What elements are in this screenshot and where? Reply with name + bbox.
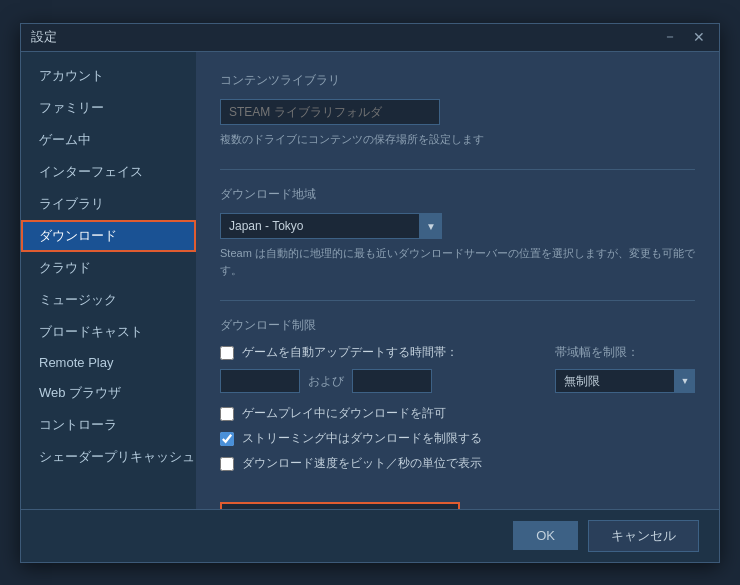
allow-download-label: ゲームプレイ中にダウンロードを許可 bbox=[242, 405, 446, 422]
region-dropdown-row: Japan - Tokyo ▼ bbox=[220, 213, 695, 239]
time-start-input[interactable] bbox=[220, 369, 300, 393]
ok-button[interactable]: OK bbox=[513, 521, 578, 550]
download-limit-title: ダウンロード制限 bbox=[220, 317, 695, 334]
content-library-title: コンテンツライブラリ bbox=[220, 72, 695, 89]
titlebar-controls: － ✕ bbox=[659, 26, 709, 48]
download-limit-section: ダウンロード制限 ゲームを自動アップデートする時間帯： および bbox=[220, 317, 695, 472]
download-region-section: ダウンロード地域 Japan - Tokyo ▼ Steam は自動的に地理的に… bbox=[220, 186, 695, 278]
show-bps-label: ダウンロード速度をビット／秒の単位で表示 bbox=[242, 455, 482, 472]
limit-streaming-row: ストリーミング中はダウンロードを制限する bbox=[220, 430, 695, 447]
sidebar-item-ingame[interactable]: ゲーム中 bbox=[21, 124, 196, 156]
window-title: 設定 bbox=[31, 28, 57, 46]
library-folder-input[interactable] bbox=[220, 99, 440, 125]
allow-download-checkbox[interactable] bbox=[220, 407, 234, 421]
sidebar-item-family[interactable]: ファミリー bbox=[21, 92, 196, 124]
sidebar-item-webbrowser[interactable]: Web ブラウザ bbox=[21, 377, 196, 409]
region-desc: Steam は自動的に地理的に最も近いダウンロードサーバーの位置を選択しますが、… bbox=[220, 245, 695, 278]
minimize-button[interactable]: － bbox=[659, 26, 681, 48]
sidebar-item-interface[interactable]: インターフェイス bbox=[21, 156, 196, 188]
bandwidth-dropdown-arrow[interactable]: ▼ bbox=[675, 369, 695, 393]
bandwidth-dropdown-row: 無制限 ▼ bbox=[555, 369, 695, 393]
sidebar-item-remoteplay[interactable]: Remote Play bbox=[21, 348, 196, 377]
time-section: ゲームを自動アップデートする時間帯： および bbox=[220, 344, 515, 393]
auto-update-label: ゲームを自動アップデートする時間帯： bbox=[242, 344, 458, 361]
sidebar-item-cloud[interactable]: クラウド bbox=[21, 252, 196, 284]
download-region-title: ダウンロード地域 bbox=[220, 186, 695, 203]
show-bps-row: ダウンロード速度をビット／秒の単位で表示 bbox=[220, 455, 695, 472]
content-library-section: コンテンツライブラリ 複数のドライブにコンテンツの保存場所を設定します bbox=[220, 72, 695, 148]
sidebar-item-download[interactable]: ダウンロード bbox=[21, 220, 196, 252]
titlebar: 設定 － ✕ bbox=[21, 24, 719, 52]
settings-window: 設定 － ✕ アカウント ファミリー ゲーム中 インターフェイス ライブラリ ダ… bbox=[20, 23, 720, 563]
region-select[interactable]: Japan - Tokyo bbox=[220, 213, 420, 239]
time-input-row: および bbox=[220, 369, 515, 393]
sidebar-item-music[interactable]: ミュージック bbox=[21, 284, 196, 316]
footer: OK キャンセル bbox=[21, 509, 719, 562]
clear-cache-section: ダウンロードキャッシュをクリアする ダウンロードキャッシュをクリアすることで、ア… bbox=[220, 494, 695, 509]
library-folder-desc: 複数のドライブにコンテンツの保存場所を設定します bbox=[220, 131, 695, 148]
bandwidth-select[interactable]: 無制限 bbox=[555, 369, 675, 393]
and-label: および bbox=[308, 373, 344, 390]
sidebar: アカウント ファミリー ゲーム中 インターフェイス ライブラリ ダウンロード ク… bbox=[21, 52, 196, 509]
main-content: アカウント ファミリー ゲーム中 インターフェイス ライブラリ ダウンロード ク… bbox=[21, 52, 719, 509]
sidebar-item-broadcast[interactable]: ブロードキャスト bbox=[21, 316, 196, 348]
time-end-input[interactable] bbox=[352, 369, 432, 393]
limit-row: ゲームを自動アップデートする時間帯： および 帯域幅を制限： 無制限 bbox=[220, 344, 695, 393]
bandwidth-section: 帯域幅を制限： 無制限 ▼ bbox=[555, 344, 695, 393]
allow-download-row: ゲームプレイ中にダウンロードを許可 bbox=[220, 405, 695, 422]
sidebar-item-shadercache[interactable]: シェーダープリキャッシュ bbox=[21, 441, 196, 473]
sidebar-item-controller[interactable]: コントローラ bbox=[21, 409, 196, 441]
limit-streaming-checkbox[interactable] bbox=[220, 432, 234, 446]
auto-update-row: ゲームを自動アップデートする時間帯： bbox=[220, 344, 515, 361]
close-button[interactable]: ✕ bbox=[689, 27, 709, 47]
show-bps-checkbox[interactable] bbox=[220, 457, 234, 471]
divider-2 bbox=[220, 300, 695, 301]
region-dropdown-arrow[interactable]: ▼ bbox=[420, 213, 442, 239]
divider-1 bbox=[220, 169, 695, 170]
sidebar-item-account[interactable]: アカウント bbox=[21, 60, 196, 92]
cancel-button[interactable]: キャンセル bbox=[588, 520, 699, 552]
main-panel: コンテンツライブラリ 複数のドライブにコンテンツの保存場所を設定します ダウンロ… bbox=[196, 52, 719, 509]
sidebar-item-library[interactable]: ライブラリ bbox=[21, 188, 196, 220]
auto-update-checkbox[interactable] bbox=[220, 346, 234, 360]
limit-streaming-label: ストリーミング中はダウンロードを制限する bbox=[242, 430, 482, 447]
bandwidth-label: 帯域幅を制限： bbox=[555, 344, 695, 361]
